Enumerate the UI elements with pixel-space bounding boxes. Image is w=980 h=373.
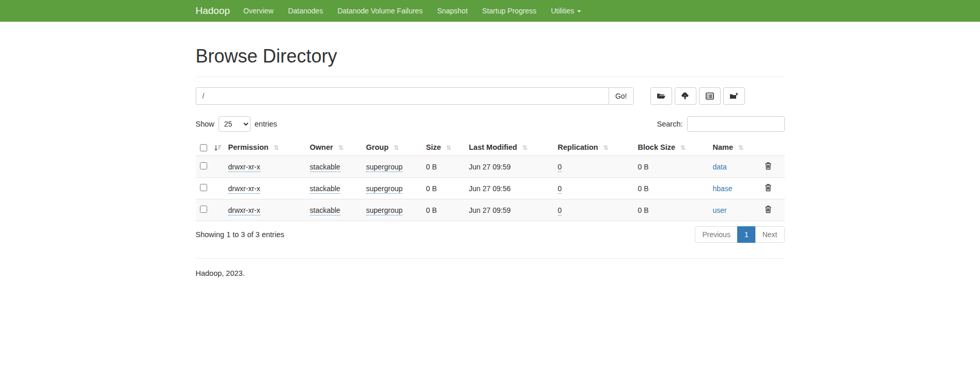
replication-editable[interactable]: 0 [558,206,562,215]
permission-cell: drwxr-xr-x [224,178,306,199]
sort-icon: ⇅ [446,144,452,151]
sort-icon: ⇅ [522,144,527,151]
upload-files-button[interactable] [675,87,696,105]
block-size-cell: 0 B [634,199,709,221]
header-size[interactable]: Size⇅ [422,139,465,156]
directory-link[interactable]: hbase [713,184,733,193]
header-group[interactable]: Group⇅ [362,139,422,156]
actions-cell [760,178,785,199]
sort-icon: ⇅ [338,144,344,151]
actions-cell [760,156,785,178]
delete-button[interactable] [765,183,772,192]
replication-cell: 0 [554,178,634,199]
replication-editable[interactable]: 0 [558,184,562,194]
nav-item-utilities-label: Utilities [551,7,574,15]
owner-editable[interactable]: stackable [310,184,340,194]
owner-editable[interactable]: stackable [310,206,340,215]
directory-link[interactable]: user [713,206,727,214]
nav-item-startup-progress[interactable]: Startup Progress [475,0,543,22]
header-last-modified[interactable]: Last Modified⇅ [465,139,554,156]
name-cell: data [709,156,760,178]
group-editable[interactable]: supergroup [366,206,403,215]
last-modified-cell: Jun 27 09:59 [465,199,554,221]
header-owner[interactable]: Owner⇅ [306,139,362,156]
nav-item-utilities-dropdown[interactable]: Utilities [543,0,588,22]
row-select-cell [196,199,224,221]
block-size-cell: 0 B [634,156,709,178]
pagination-item: 1 [738,226,756,243]
select-all-checkbox[interactable] [200,144,207,151]
next-page-button[interactable]: Next [755,226,785,243]
page-1-button[interactable]: 1 [737,226,756,243]
owner-cell: stackable [306,156,362,178]
previous-page-button[interactable]: Previous [695,226,737,243]
entries-label: entries [255,120,277,128]
group-cell: supergroup [362,199,422,221]
header-permission[interactable]: Permission⇅ [224,139,306,156]
permission-editable[interactable]: drwxr-xr-x [228,206,260,215]
table-head: Permission⇅ Owner⇅ Group⇅ Size⇅ Last Mod… [196,139,785,156]
sort-icon: ⇅ [603,144,609,151]
brand-hadoop[interactable]: Hadoop [196,5,230,17]
permission-cell: drwxr-xr-x [224,199,306,221]
pagination-item: Next [756,226,785,243]
owner-cell: stackable [306,178,362,199]
directory-table: Permission⇅ Owner⇅ Group⇅ Size⇅ Last Mod… [196,139,785,221]
replication-editable[interactable]: 0 [558,163,562,172]
last-modified-cell: Jun 27 09:59 [465,156,554,178]
go-button[interactable]: Go! [609,87,634,105]
header-size-label: Size [426,143,441,151]
path-bar: Go! [196,87,785,105]
directory-path-input[interactable] [196,87,609,105]
table-row: drwxr-xr-x stackable supergroup 0 B Jun … [196,156,785,178]
page-length-group: Show 25 entries [196,116,277,132]
delete-button[interactable] [765,205,772,213]
main-content: Browse Directory Go! [196,45,785,293]
caret-down-icon [577,10,581,12]
group-editable[interactable]: supergroup [366,184,403,194]
row-checkbox[interactable] [200,162,207,169]
nav-item-snapshot[interactable]: Snapshot [430,0,475,22]
table-row: drwxr-xr-x stackable supergroup 0 B Jun … [196,199,785,221]
row-checkbox[interactable] [200,206,207,213]
nav-item-datanode-volume-failures[interactable]: Datanode Volume Failures [330,0,430,22]
search-input[interactable] [687,116,785,132]
last-modified-cell: Jun 27 09:56 [465,178,554,199]
sort-icon: ⇅ [274,144,279,151]
row-checkbox[interactable] [200,184,207,191]
size-cell: 0 B [422,156,465,178]
delete-button[interactable] [765,162,772,170]
nav-item-datanodes[interactable]: Datanodes [281,0,330,22]
header-permission-label: Permission [228,143,269,151]
permission-editable[interactable]: drwxr-xr-x [228,184,260,194]
title-divider [196,76,785,77]
owner-editable[interactable]: stackable [310,163,340,172]
group-cell: supergroup [362,156,422,178]
move-directory-button[interactable] [723,87,745,105]
table-body: drwxr-xr-x stackable supergroup 0 B Jun … [196,156,785,221]
trash-icon [765,162,772,170]
header-block-size[interactable]: Block Size⇅ [634,139,709,156]
select-all-header[interactable] [196,139,224,156]
header-row: Permission⇅ Owner⇅ Group⇅ Size⇅ Last Mod… [196,139,785,156]
list-alt-icon [706,92,714,100]
cut-paste-button[interactable] [699,87,721,105]
cloud-upload-icon [681,92,690,100]
table-controls: Show 25 entries Search: [196,116,785,132]
sort-amount-asc-icon [214,145,222,151]
directory-link[interactable]: data [713,163,727,171]
nav-item-overview[interactable]: Overview [236,0,281,22]
row-select-cell [196,178,224,199]
header-replication[interactable]: Replication⇅ [554,139,634,156]
permission-editable[interactable]: drwxr-xr-x [228,163,260,172]
page-length-select[interactable]: 25 [219,116,251,132]
header-name-label: Name [713,143,734,151]
owner-cell: stackable [306,199,362,221]
explorer-action-buttons [650,87,745,105]
create-directory-button[interactable] [650,87,672,105]
group-editable[interactable]: supergroup [366,163,403,172]
pagination-item: Previous [695,226,737,243]
trash-icon [765,205,772,213]
header-name[interactable]: Name⇅ [709,139,760,156]
actions-cell [760,199,785,221]
